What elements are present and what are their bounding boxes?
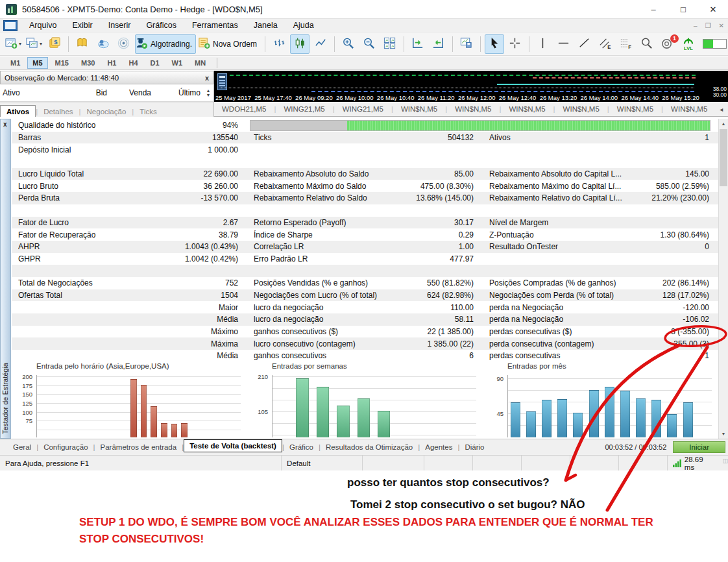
market-watch-tab-negociacao[interactable]: Negociação — [81, 106, 132, 117]
child-minimize-icon[interactable]: – — [690, 22, 701, 29]
horizontal-line-icon[interactable] — [554, 34, 574, 54]
tester-tab-resultados-da-otimizacao[interactable]: Resultados da Otimização — [321, 441, 418, 454]
maximize-button[interactable]: □ — [668, 0, 698, 18]
minimize-button[interactable]: – — [638, 0, 668, 18]
table-row: Fator de Lucro2.67Retorno Esperado (Payo… — [12, 217, 718, 229]
timeframe-d1[interactable]: D1 — [145, 57, 165, 69]
stat-value: 752 — [225, 278, 238, 287]
tester-tab-parametros-de-entrada[interactable]: Parâmetros de entrada — [95, 441, 182, 454]
tester-close-icon[interactable]: x — [3, 121, 7, 128]
time-axis-label: 26 May 12:00 — [458, 94, 496, 101]
timeframe-h4[interactable]: H4 — [123, 57, 143, 69]
menu-arquivo[interactable]: Arquivo — [21, 19, 64, 31]
zoom-in-icon[interactable] — [339, 34, 358, 54]
menu-exibir[interactable]: Exibir — [64, 19, 100, 31]
trend-line-icon[interactable] — [575, 34, 594, 54]
history-book-icon[interactable] — [73, 34, 92, 54]
tester-tab-grafico[interactable]: Gráfico — [284, 441, 319, 454]
save-chart-icon[interactable] — [457, 34, 476, 54]
child-close-icon[interactable]: ✕ — [715, 22, 728, 29]
line-chart-icon[interactable] — [311, 34, 330, 54]
timeframe-m15[interactable]: M15 — [50, 57, 74, 69]
market-watch-tab-ticks[interactable]: Ticks — [134, 106, 162, 117]
tester-tab-agentes[interactable]: Agentes — [420, 441, 457, 454]
scroll-up-icon[interactable]: ▲ — [719, 119, 728, 128]
resize-grip[interactable]: ◫ — [722, 458, 727, 464]
history-center-icon[interactable]: $ — [45, 34, 64, 54]
timeframe-h1[interactable]: H1 — [102, 57, 121, 69]
column-header-bid[interactable]: Bid — [72, 88, 110, 97]
tester-tab-diario[interactable]: Diário — [459, 441, 489, 454]
new-order-button[interactable]: Nova Ordem — [197, 34, 261, 54]
market-watch-tab-ativos[interactable]: Ativos — [0, 105, 36, 117]
symbol-tab[interactable]: WIN$N,M5 — [609, 105, 661, 113]
timeframe-mn[interactable]: MN — [189, 57, 211, 69]
candles-chart-icon[interactable] — [290, 34, 309, 54]
menu-janela[interactable]: Janela — [246, 19, 285, 31]
timeframe-m5[interactable]: M5 — [27, 57, 47, 69]
stat-label: Rebaixamento Absoluto do Saldo — [254, 169, 449, 178]
crosshair-icon[interactable] — [505, 34, 525, 54]
symbol-tab[interactable]: WDOH21,M5 — [214, 105, 274, 113]
algotrading-button[interactable]: Algotrading. — [135, 34, 196, 54]
spin-up-icon[interactable]: ▲ — [206, 88, 211, 93]
tester-tab-geral[interactable]: Geral — [8, 441, 36, 454]
tile-windows-icon[interactable] — [380, 34, 400, 54]
menu-ferramentas[interactable]: Ferramentas — [184, 19, 246, 31]
symbol-tab[interactable]: WING21,M5 — [335, 105, 391, 113]
vertical-line-icon[interactable] — [533, 34, 553, 54]
signals-icon[interactable] — [114, 34, 134, 54]
column-header-ativo[interactable]: Ativo — [0, 88, 72, 97]
scrollbar-thumb[interactable] — [720, 129, 727, 186]
stat-value: 1 000.00 — [208, 145, 238, 154]
menu-inserir[interactable]: Inserir — [101, 19, 139, 31]
tester-tab-teste-de-volta-backtest[interactable]: Teste de Volta (backtest) — [184, 439, 282, 452]
child-restore-icon[interactable]: ❐ — [701, 22, 715, 29]
bar — [605, 387, 614, 437]
vertical-scrollbar[interactable]: ▲ ▼ — [718, 119, 728, 439]
usage-button[interactable] — [699, 34, 727, 54]
column-scroll-spinner[interactable]: ▲▼ — [203, 88, 213, 97]
symbol-tab[interactable]: WING21,M5 — [276, 105, 332, 113]
market-watch-tab-detalhes[interactable]: Detalhes — [38, 106, 79, 117]
new-chart-icon[interactable]: ▾ — [3, 34, 23, 54]
community-icon[interactable] — [93, 34, 113, 54]
equidistant-channel-icon[interactable]: E — [596, 34, 615, 54]
fibonacci-icon[interactable]: F — [616, 34, 636, 54]
symbol-tab[interactable]: WIN$N,M5 — [393, 105, 445, 113]
timeframe-w1[interactable]: W1 — [167, 57, 188, 69]
profiles-icon[interactable]: ▾ — [24, 34, 43, 54]
indicator-line-green — [230, 75, 696, 76]
scroll-down-icon[interactable]: ▼ — [719, 429, 728, 439]
symbol-tab[interactable]: WIN$N,M5 — [447, 105, 499, 113]
tester-tab-configuracao[interactable]: Configuração — [38, 441, 93, 454]
column-header-ultimo[interactable]: Último — [154, 88, 203, 97]
chart-mini-strip[interactable]: 25 May 201725 May 17:4026 May 09:2026 Ma… — [214, 71, 728, 102]
start-button[interactable]: Iniciar — [673, 441, 725, 453]
market-watch-close-icon[interactable]: x — [205, 74, 209, 82]
signals-icon — [117, 36, 130, 52]
column-header-venda[interactable]: Venda — [110, 88, 154, 97]
scroll-left-icon[interactable]: ◂ — [715, 106, 727, 113]
chart-shift-icon[interactable] — [429, 34, 448, 54]
bar — [511, 402, 520, 437]
symbol-tab[interactable]: WIN$N,M5 — [663, 105, 715, 113]
cursor-icon[interactable] — [485, 34, 504, 54]
symbol-tab[interactable]: WIN$N,M5 — [501, 105, 553, 113]
auto-scroll-icon[interactable] — [408, 34, 428, 54]
notifications-icon[interactable]: 1 — [658, 34, 677, 54]
status-profile[interactable]: Default — [282, 456, 363, 470]
bars-chart-icon[interactable] — [269, 34, 289, 54]
menu-ajuda[interactable]: Ajuda — [285, 19, 322, 31]
stats-cell: Maior — [12, 303, 247, 312]
lvl-button[interactable]: LVL — [679, 34, 698, 54]
close-button[interactable]: ✕ — [698, 0, 728, 18]
symbol-tab[interactable]: WIN$N,M5 — [555, 105, 607, 113]
spin-down-icon[interactable]: ▼ — [206, 93, 211, 97]
timeframe-m30[interactable]: M30 — [76, 57, 100, 69]
timeframe-m1[interactable]: M1 — [5, 57, 25, 69]
table-row: Ofertas Total1504Negociações com Lucro (… — [12, 289, 718, 302]
zoom-out-icon[interactable] — [359, 34, 379, 54]
search-icon[interactable] — [637, 34, 657, 54]
menu-graficos[interactable]: Gráficos — [138, 19, 184, 31]
